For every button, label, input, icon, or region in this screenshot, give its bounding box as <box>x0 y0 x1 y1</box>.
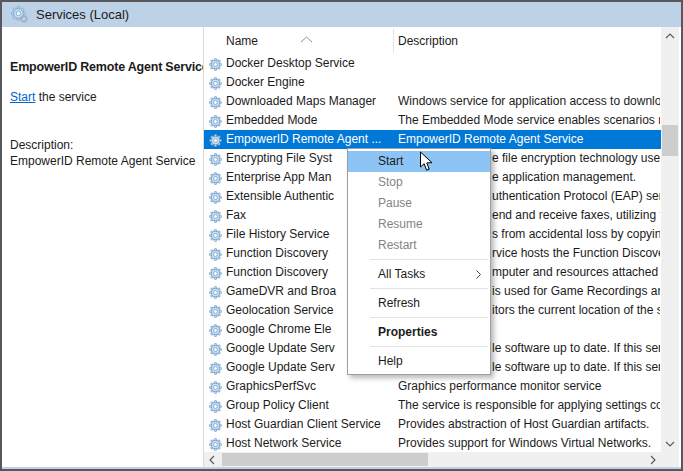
column-divider[interactable] <box>393 29 394 53</box>
service-row[interactable]: Host Guardian Client ServiceProvides abs… <box>204 415 661 434</box>
service-action-line: Start the service <box>10 90 97 104</box>
service-description: Graphics performance monitor service <box>398 379 660 395</box>
menu-item-refresh[interactable]: Refresh <box>348 293 490 314</box>
column-header-name[interactable]: Name <box>226 34 258 48</box>
service-gear-icon <box>209 418 222 431</box>
service-description: le software up to date. If this serv <box>492 341 660 357</box>
service-description: uthentication Protocol (EAP) serv <box>492 189 660 205</box>
menu-separator <box>370 317 488 318</box>
extended-info-panel: EmpowerID Remote Agent Service Start the… <box>2 27 203 467</box>
service-description: le software up to date. If this serv <box>492 360 660 376</box>
service-gear-icon <box>209 76 222 89</box>
service-row[interactable]: Group Policy ClientThe service is respon… <box>204 396 661 415</box>
description-text: EmpowerID Remote Agent Service <box>10 153 198 169</box>
context-menu: StartStopPauseResumeRestartAll TasksRefr… <box>347 148 491 375</box>
service-name: GraphicsPerfSvc <box>226 379 394 395</box>
service-description: EmpowerID Remote Agent Service <box>398 132 660 148</box>
service-row[interactable]: Docker Engine <box>204 73 661 92</box>
services-window: Services (Local) EmpowerID Remote Agent … <box>0 0 683 471</box>
service-gear-icon <box>209 247 222 260</box>
service-gear-icon <box>209 114 222 127</box>
service-name: Embedded Mode <box>226 113 394 129</box>
service-action-suffix: the service <box>35 90 96 104</box>
service-description: s from accidental loss by copying <box>492 227 660 243</box>
service-gear-icon <box>209 437 222 450</box>
service-row[interactable]: Downloaded Maps ManagerWindows service f… <box>204 92 661 111</box>
description-label: Description: <box>10 137 198 153</box>
mouse-cursor-icon <box>419 151 434 176</box>
scroll-down-icon[interactable] <box>661 435 679 452</box>
service-name: Host Guardian Client Service <box>226 417 394 433</box>
service-row[interactable]: Docker Desktop Service <box>204 54 661 73</box>
service-gear-icon <box>209 361 222 374</box>
console-title: Services (Local) <box>36 7 129 22</box>
start-service-link[interactable]: Start <box>10 90 35 104</box>
service-description: Provides support for Windows Virtual Net… <box>398 436 660 452</box>
service-gear-icon <box>209 304 222 317</box>
service-gear-icon <box>209 228 222 241</box>
service-gear-icon <box>209 57 222 70</box>
service-description: is used for Game Recordings and <box>492 284 660 300</box>
service-description-block: Description: EmpowerID Remote Agent Serv… <box>10 137 198 169</box>
service-name: Host Network Service <box>226 436 394 452</box>
service-description: itors the current location of the s <box>492 303 660 319</box>
service-name: Docker Desktop Service <box>226 56 394 72</box>
scroll-up-icon[interactable] <box>661 27 679 44</box>
menu-item-help[interactable]: Help <box>348 351 490 372</box>
column-header-description[interactable]: Description <box>398 34 458 48</box>
selected-service-title: EmpowerID Remote Agent Service <box>10 60 208 74</box>
scrollbar-corner <box>661 452 679 467</box>
service-description: The service is responsible for applying … <box>398 398 660 414</box>
service-name: Downloaded Maps Manager <box>226 94 394 110</box>
service-gear-icon <box>209 190 222 203</box>
service-row[interactable]: Embedded ModeThe Embedded Mode service e… <box>204 111 661 130</box>
vertical-scroll-thumb[interactable] <box>662 125 678 156</box>
service-description: The Embedded Mode service enables scenar… <box>398 113 660 129</box>
service-description: Windows service for application access t… <box>398 94 660 110</box>
service-row[interactable]: Host Network ServiceProvides support for… <box>204 434 661 452</box>
service-name: EmpowerID Remote Agent ... <box>226 132 394 148</box>
menu-item-resume[interactable]: Resume <box>348 214 490 235</box>
service-gear-icon <box>209 266 222 279</box>
service-row[interactable]: EmpowerID Remote Agent ...EmpowerID Remo… <box>204 130 661 149</box>
menu-separator <box>370 288 488 289</box>
service-description: mputer and resources attached t <box>492 265 660 281</box>
window-bottom-edge <box>2 467 681 469</box>
service-name: Group Policy Client <box>226 398 394 414</box>
scroll-left-icon[interactable] <box>204 452 220 467</box>
service-gear-icon <box>209 399 222 412</box>
menu-item-pause[interactable]: Pause <box>348 193 490 214</box>
scroll-right-icon[interactable] <box>645 452 661 467</box>
service-name: Docker Engine <box>226 75 394 91</box>
sort-ascending-icon <box>300 29 313 47</box>
menu-separator <box>370 259 488 260</box>
service-description: e file encryption technology used <box>492 151 660 167</box>
vertical-scrollbar[interactable] <box>661 27 679 452</box>
services-gear-icon <box>11 6 28 23</box>
service-row[interactable]: GraphicsPerfSvcGraphics performance moni… <box>204 377 661 396</box>
service-gear-icon <box>209 209 222 222</box>
service-gear-icon <box>209 133 222 146</box>
service-gear-icon <box>209 380 222 393</box>
menu-item-all-tasks[interactable]: All Tasks <box>348 264 490 285</box>
menu-item-restart[interactable]: Restart <box>348 235 490 256</box>
console-header-band: Services (Local) <box>2 2 681 27</box>
service-gear-icon <box>209 285 222 298</box>
service-gear-icon <box>209 152 222 165</box>
service-description: Provides abstraction of Host Guardian ar… <box>398 417 660 433</box>
service-gear-icon <box>209 95 222 108</box>
service-description: rvice hosts the Function Discove <box>492 246 660 262</box>
menu-item-properties[interactable]: Properties <box>348 322 490 343</box>
service-gear-icon <box>209 323 222 336</box>
horizontal-scroll-thumb[interactable] <box>222 453 428 466</box>
service-description: e application management. <box>492 170 660 186</box>
submenu-arrow-icon <box>476 270 481 280</box>
service-description: end and receive faxes, utilizing fax <box>492 208 660 224</box>
service-gear-icon <box>209 171 222 184</box>
horizontal-scrollbar[interactable] <box>204 452 661 467</box>
service-gear-icon <box>209 342 222 355</box>
menu-separator <box>370 346 488 347</box>
